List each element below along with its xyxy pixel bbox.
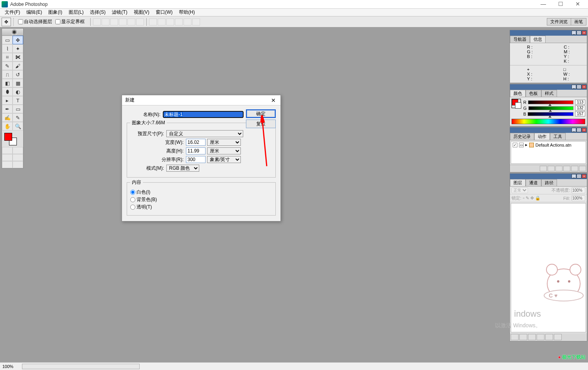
panel-min-icon[interactable]: _ bbox=[572, 174, 576, 178]
stop-icon[interactable] bbox=[540, 166, 547, 171]
gradient-tool[interactable]: ▦ bbox=[13, 79, 23, 87]
new-set-icon[interactable] bbox=[528, 334, 536, 340]
color-tab[interactable]: 颜色 bbox=[510, 90, 526, 97]
opacity-input[interactable] bbox=[572, 187, 585, 193]
hand-tool[interactable]: ✋ bbox=[2, 122, 13, 131]
shape-tool[interactable]: ▭ bbox=[13, 105, 23, 113]
panel-close-icon[interactable]: × bbox=[582, 128, 586, 132]
g-slider[interactable] bbox=[528, 106, 573, 110]
layer-style-icon[interactable] bbox=[511, 334, 519, 340]
panel-max-icon[interactable]: □ bbox=[577, 31, 581, 35]
history-brush-tool[interactable]: ↺ bbox=[13, 70, 23, 79]
marquee-tool[interactable]: ▭ bbox=[2, 36, 13, 44]
dialog-close-icon[interactable]: ✕ bbox=[269, 97, 277, 103]
panel-min-icon[interactable]: _ bbox=[572, 85, 576, 89]
blur-tool[interactable]: ⬮ bbox=[2, 87, 13, 96]
action-row[interactable]: ✓ ▭ ▸ Default Actions.atn bbox=[511, 141, 586, 148]
auto-select-checkbox[interactable]: 自动选择图层 bbox=[18, 18, 52, 25]
foreground-color[interactable] bbox=[4, 133, 12, 141]
trash-icon[interactable] bbox=[554, 334, 562, 340]
blend-mode-select[interactable]: 正常 bbox=[512, 187, 528, 193]
eyedropper-tool[interactable]: ✎ bbox=[13, 113, 23, 122]
panel-max-icon[interactable]: □ bbox=[577, 174, 581, 178]
actions-tab[interactable]: 动作 bbox=[534, 133, 550, 140]
tools-tab[interactable]: 工具 bbox=[550, 133, 566, 140]
check-icon[interactable]: ✓ bbox=[513, 143, 517, 147]
menu-image[interactable]: 图象(I) bbox=[45, 9, 65, 16]
quickmask-off[interactable] bbox=[2, 147, 13, 154]
zoom-tool[interactable]: 🔍 bbox=[13, 122, 23, 131]
white-radio[interactable]: 白色(I) bbox=[130, 189, 272, 196]
crop-tool[interactable]: ⌗ bbox=[2, 53, 13, 62]
pen-tool[interactable]: ✒ bbox=[2, 105, 13, 113]
menu-edit[interactable]: 编辑(E) bbox=[23, 9, 45, 16]
align-icon[interactable] bbox=[102, 18, 109, 25]
new-action-icon[interactable] bbox=[571, 166, 578, 171]
navigator-tab[interactable]: 导航器 bbox=[510, 36, 530, 43]
height-input[interactable] bbox=[186, 147, 206, 154]
close-button[interactable]: ✕ bbox=[569, 0, 586, 8]
menu-help[interactable]: 帮助(H) bbox=[176, 9, 198, 16]
adjust-layer-icon[interactable] bbox=[537, 334, 544, 340]
minimize-button[interactable]: — bbox=[535, 0, 552, 8]
width-unit-select[interactable]: 厘米 bbox=[207, 139, 241, 146]
brush-tool[interactable]: 🖌 bbox=[13, 62, 23, 70]
b-slider[interactable] bbox=[528, 112, 573, 116]
wand-tool[interactable]: ✦ bbox=[13, 44, 23, 53]
transparent-radio[interactable]: 透明(T) bbox=[130, 204, 272, 210]
dodge-tool[interactable]: ◐ bbox=[13, 87, 23, 96]
path-tool[interactable]: ▸ bbox=[2, 96, 13, 105]
distribute-icon[interactable] bbox=[158, 18, 166, 25]
align-icon[interactable] bbox=[136, 18, 144, 25]
height-unit-select[interactable]: 厘米 bbox=[207, 147, 241, 154]
menu-select[interactable]: 选择(S) bbox=[87, 9, 109, 16]
screenmode-1[interactable] bbox=[2, 154, 13, 161]
notes-tool[interactable]: ✍ bbox=[2, 113, 13, 122]
brushes-tab[interactable]: 画笔 bbox=[571, 18, 586, 25]
screenmode-2[interactable] bbox=[13, 154, 23, 161]
panel-close-icon[interactable]: × bbox=[582, 85, 586, 89]
preset-select[interactable]: 自定义 bbox=[166, 130, 243, 137]
resolution-input[interactable] bbox=[186, 156, 206, 163]
maximize-button[interactable]: ☐ bbox=[552, 0, 569, 8]
stamp-tool[interactable]: ⎍ bbox=[2, 70, 13, 79]
spectrum-bar[interactable] bbox=[512, 119, 585, 124]
expand-icon[interactable]: ▸ bbox=[525, 142, 528, 147]
dialog-toggle-icon[interactable]: ▭ bbox=[519, 143, 524, 147]
layers-tab[interactable]: 图层 bbox=[510, 179, 526, 187]
type-tool[interactable]: T bbox=[13, 96, 23, 105]
lock-icons[interactable]: ▫ ✎ ✥ 🔒 bbox=[523, 196, 541, 201]
lasso-tool[interactable]: ⌇ bbox=[2, 44, 13, 53]
panel-close-icon[interactable]: × bbox=[582, 174, 586, 178]
b-value[interactable]: 157 bbox=[575, 111, 585, 116]
history-tab[interactable]: 历史记录 bbox=[510, 133, 534, 140]
zoom-readout[interactable]: 100% bbox=[2, 364, 20, 369]
info-tab[interactable]: 信息 bbox=[530, 36, 546, 43]
show-bounds-checkbox[interactable]: 显示定界框 bbox=[55, 18, 85, 25]
name-input[interactable] bbox=[163, 111, 244, 118]
align-icon[interactable] bbox=[93, 18, 101, 25]
align-icon[interactable] bbox=[127, 18, 135, 25]
distribute-icon[interactable] bbox=[149, 18, 157, 25]
menu-layer[interactable]: 图层(L) bbox=[66, 9, 87, 16]
distribute-icon[interactable] bbox=[192, 18, 200, 25]
eraser-tool[interactable]: ◧ bbox=[2, 79, 13, 87]
heal-tool[interactable]: ✎ bbox=[2, 62, 13, 70]
trash-icon[interactable] bbox=[579, 166, 586, 171]
distribute-icon[interactable] bbox=[175, 18, 183, 25]
play-icon[interactable] bbox=[555, 166, 563, 171]
panel-min-icon[interactable]: _ bbox=[572, 31, 576, 35]
distribute-icon[interactable] bbox=[184, 18, 191, 25]
panel-swatch[interactable] bbox=[512, 99, 521, 108]
ok-button[interactable]: 确定 bbox=[246, 109, 276, 118]
jump-to-2[interactable] bbox=[13, 161, 23, 168]
fill-input[interactable] bbox=[572, 195, 585, 201]
jump-to-1[interactable] bbox=[2, 161, 13, 168]
styles-tab[interactable]: 样式 bbox=[541, 90, 557, 97]
mode-select[interactable]: RGB 颜色 bbox=[166, 165, 199, 172]
record-icon[interactable] bbox=[548, 166, 555, 171]
align-icon[interactable] bbox=[119, 18, 127, 25]
bgcolor-radio[interactable]: 背景色(B) bbox=[130, 196, 272, 203]
reset-button[interactable]: 复位 bbox=[246, 120, 276, 128]
current-tool-icon[interactable]: ✥ bbox=[2, 18, 11, 26]
